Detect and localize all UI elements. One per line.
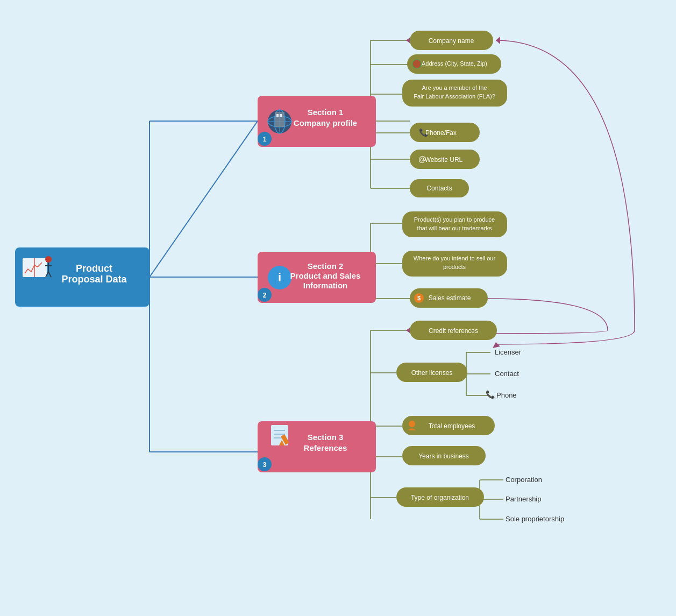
svg-text:Sole proprietorship: Sole proprietorship	[506, 515, 564, 523]
total-employees-leaf	[402, 416, 495, 435]
phone-label: Phone	[496, 391, 517, 399]
section1-node[interactable]	[258, 96, 376, 147]
root-node	[15, 247, 150, 307]
contact-label: Contact	[495, 370, 519, 378]
type-of-organization-leaf	[396, 487, 484, 507]
products-leaf	[402, 211, 507, 237]
years-in-business-leaf	[402, 446, 486, 465]
other-licenses-leaf	[396, 363, 467, 382]
contacts-leaf	[410, 179, 469, 197]
licenser-label: Licenser	[495, 348, 522, 356]
sales-estimate-leaf	[410, 288, 488, 308]
phone-leaf	[410, 123, 480, 142]
svg-text:Partnership: Partnership	[506, 495, 541, 503]
fla-leaf	[402, 80, 507, 107]
website-leaf	[410, 150, 480, 169]
credit-references-leaf	[410, 321, 497, 340]
section3-node[interactable]	[258, 421, 376, 472]
sell-leaf	[402, 251, 507, 277]
svg-text:Corporation: Corporation	[506, 476, 542, 484]
section2-node[interactable]	[258, 252, 376, 303]
address-leaf	[407, 54, 501, 74]
company-name-leaf	[410, 31, 493, 50]
svg-rect-0	[0, 0, 676, 616]
svg-text:📞: 📞	[486, 390, 495, 399]
